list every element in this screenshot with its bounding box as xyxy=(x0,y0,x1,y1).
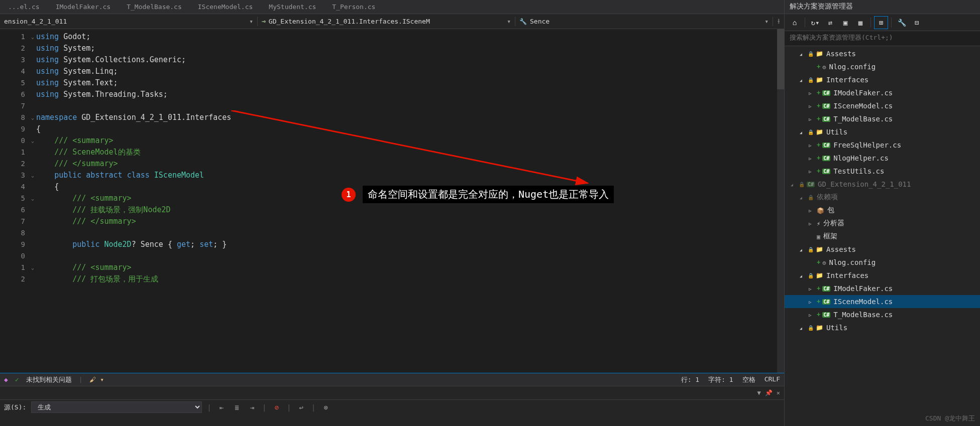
close-icon[interactable]: ✕ xyxy=(777,389,780,396)
pin-icon[interactable]: 📌 xyxy=(765,389,773,396)
editor-tab[interactable]: T_Person.cs xyxy=(324,1,383,13)
tree-item[interactable]: Utils xyxy=(785,125,980,138)
tree-item[interactable]: +C#ISceneModel.cs xyxy=(785,99,980,112)
tree-item[interactable]: Assests xyxy=(785,47,980,60)
brush-icon[interactable]: 🖌 ▾ xyxy=(89,376,104,383)
tree-item[interactable]: +C#T_ModelBase.cs xyxy=(785,112,980,125)
scrollbar[interactable] xyxy=(777,29,784,373)
output-panel: ▼ 📌 ✕ 源(S): 生成 | ⇤ ≣ ⇥ | ⊘ | ↩ | ⊗ xyxy=(0,386,784,426)
chevron-down-icon: ▾ xyxy=(507,18,511,25)
tree-item[interactable]: +C#T_ModelBase.cs xyxy=(785,308,980,321)
fold-column[interactable]: ⌄⌄⌄⌄⌄⌄ xyxy=(29,29,36,373)
annotation-badge: 1 xyxy=(342,188,356,202)
tree-item[interactable]: 分析器 xyxy=(785,217,980,230)
wrap-icon[interactable]: ↩ xyxy=(296,402,306,412)
output-source-label: 源(S): xyxy=(4,403,26,412)
nav-member-dropdown[interactable]: Sence ▾ xyxy=(515,17,773,26)
tree-item[interactable]: Utils xyxy=(785,321,980,334)
search-input[interactable] xyxy=(790,34,975,41)
solution-explorer-title: 解决方案资源管理器 xyxy=(785,0,980,14)
tree-item[interactable]: Interfaces xyxy=(785,269,980,282)
collapse-icon[interactable]: ⊟ xyxy=(910,16,924,29)
tree-item[interactable]: +C#NlogHelper.cs xyxy=(785,152,980,165)
tree-item[interactable]: Interfaces xyxy=(785,73,980,86)
interface-icon: ⊸ xyxy=(262,18,266,25)
chevron-down-icon: ▾ xyxy=(249,18,253,25)
indent-lines-icon[interactable]: ≣ xyxy=(232,402,242,412)
status-spaces[interactable]: 空格 xyxy=(742,375,755,384)
solution-explorer: 解决方案资源管理器 ⌂ ↻▾ ⇄ ▣ ▦ ⊞ 🔧 ⊟ Assests+Nlog.… xyxy=(784,0,980,426)
annotation: 1 命名空间和设置都是完全对应的，Nuget也是正常导入 xyxy=(342,186,614,203)
nav-class-dropdown[interactable]: ⊸ GD_Extension_4_2_1_011.Interfaces.ISce… xyxy=(258,17,515,26)
view-icon[interactable]: ⊞ xyxy=(874,16,888,29)
nav-split-button[interactable]: ⫲ xyxy=(773,17,784,26)
tree-item[interactable]: +C#IModelFaker.cs xyxy=(785,282,980,295)
tree-item[interactable]: +C#IModelFaker.cs xyxy=(785,86,980,99)
nav-project-label: ension_4_2_1_011 xyxy=(4,18,67,25)
indent-right-icon[interactable]: ⇥ xyxy=(247,402,257,412)
stop-icon[interactable]: ⊗ xyxy=(320,402,331,412)
solution-search[interactable] xyxy=(785,31,980,46)
home-icon[interactable]: ⌂ xyxy=(788,16,802,29)
nav-member-label: Sence xyxy=(530,18,550,25)
properties-icon[interactable]: 🔧 xyxy=(895,16,909,29)
status-line[interactable]: 行: 1 xyxy=(681,375,699,384)
dropdown-icon[interactable]: ▼ xyxy=(757,389,761,396)
tree-item[interactable]: Assests xyxy=(785,243,980,256)
annotation-text: 命名空间和设置都是完全对应的，Nuget也是正常导入 xyxy=(363,186,614,203)
status-bar: ◆ 未找到相关问题 | 🖌 ▾ 行: 1 字符: 1 空格 CRLF xyxy=(0,373,784,386)
line-numbers: 1234567890123456789012 xyxy=(0,29,29,373)
solution-tree[interactable]: Assests+Nlog.configInterfaces+C#IModelFa… xyxy=(785,46,980,426)
tree-item[interactable]: 依赖项 xyxy=(785,191,980,204)
editor-tab[interactable]: IModelFaker.cs xyxy=(48,1,119,13)
tree-item[interactable]: 包 xyxy=(785,204,980,217)
status-crlf[interactable]: CRLF xyxy=(765,375,780,384)
tree-item[interactable]: +C#FreeSqlHelper.cs xyxy=(785,138,980,152)
editor-tab[interactable]: ...el.cs xyxy=(0,1,48,13)
tree-item[interactable]: +C#TestUtils.cs xyxy=(785,165,980,178)
sync-icon[interactable]: ⇄ xyxy=(823,16,837,29)
nav-project-dropdown[interactable]: ension_4_2_1_011 ▾ xyxy=(0,17,258,26)
watermark: CSDN @龙中舞王 xyxy=(925,414,975,423)
wrench-icon xyxy=(519,18,527,25)
tree-item[interactable]: +C#ISceneModel.cs xyxy=(785,295,980,308)
nav-bar: ension_4_2_1_011 ▾ ⊸ GD_Extension_4_2_1_… xyxy=(0,14,784,29)
indent-left-icon[interactable]: ⇤ xyxy=(216,402,227,412)
show-all-icon[interactable]: ▦ xyxy=(853,16,867,29)
editor-tab[interactable]: MyStudent.cs xyxy=(261,1,324,13)
editor-tab[interactable]: T_ModelBase.cs xyxy=(119,1,190,13)
editor-tab[interactable]: ISceneModel.cs xyxy=(190,1,261,13)
solution-toolbar: ⌂ ↻▾ ⇄ ▣ ▦ ⊞ 🔧 ⊟ xyxy=(785,14,980,31)
nav-class-label: GD_Extension_4_2_1_011.Interfaces.IScene… xyxy=(269,18,430,25)
tree-item[interactable]: +Nlog.config xyxy=(785,256,980,269)
save-all-icon[interactable]: ▣ xyxy=(838,16,852,29)
issues-icon: ◆ xyxy=(4,376,8,383)
tree-item[interactable]: C#GD_Extension_4_2_1_011 xyxy=(785,178,980,191)
ok-icon xyxy=(15,376,19,383)
output-source-select[interactable]: 生成 xyxy=(31,401,202,413)
history-icon[interactable]: ↻▾ xyxy=(808,16,822,29)
status-issues: 未找到相关问题 xyxy=(26,375,72,384)
tree-item[interactable]: 框架 xyxy=(785,230,980,243)
clear-icon[interactable]: ⊘ xyxy=(272,402,282,412)
editor-tabs: ...el.csIModelFaker.csT_ModelBase.csISce… xyxy=(0,0,784,14)
status-char[interactable]: 字符: 1 xyxy=(708,375,733,384)
tree-item[interactable]: +Nlog.config xyxy=(785,60,980,73)
chevron-down-icon: ▾ xyxy=(765,18,769,25)
